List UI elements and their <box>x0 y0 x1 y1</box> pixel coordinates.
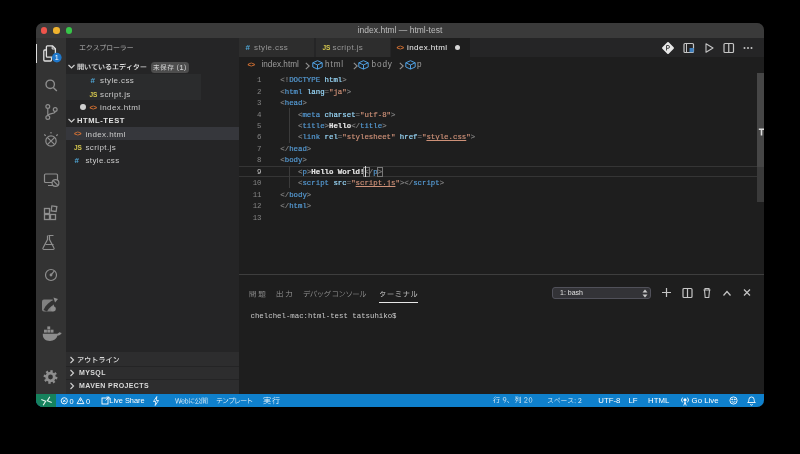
svg-text:1: 1 <box>55 53 59 62</box>
svg-text:0: 0 <box>86 397 90 406</box>
svg-text:0: 0 <box>70 397 74 406</box>
